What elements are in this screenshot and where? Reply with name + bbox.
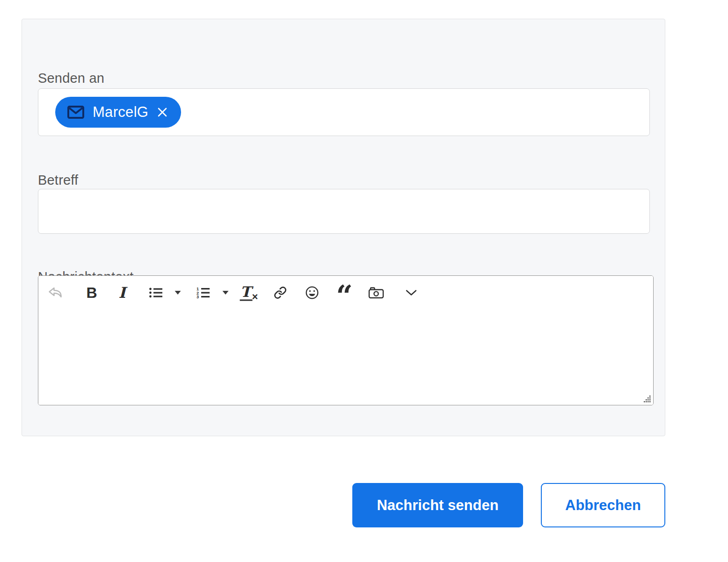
rich-text-editor: B I — [38, 275, 654, 405]
recipient-chip-name: MarcelG — [93, 104, 148, 121]
italic-icon: I — [119, 285, 126, 300]
subject-input[interactable] — [38, 189, 650, 234]
recipient-chip: MarcelG — [55, 97, 181, 128]
numbered-list-button[interactable]: 1 2 3 — [194, 285, 212, 301]
send-message-button[interactable]: Nachricht senden — [352, 483, 523, 527]
undo-button[interactable] — [46, 285, 66, 301]
bullet-list-button[interactable] — [147, 285, 165, 301]
link-button[interactable] — [272, 284, 289, 301]
bullet-list-options-button[interactable] — [173, 289, 183, 297]
editor-toolbar: B I — [38, 276, 653, 310]
bold-button[interactable]: B — [84, 283, 99, 302]
chevron-down-small-icon — [222, 291, 229, 295]
emoji-button[interactable]: emoji — [303, 284, 321, 302]
blockquote-icon: “ — [336, 289, 353, 305]
chevron-down-icon — [406, 290, 417, 296]
recipient-field[interactable]: MarcelG — [38, 88, 650, 136]
envelope-icon — [67, 106, 84, 119]
send-message-page: Senden an MarcelG Betreff Nachrichtentex… — [0, 0, 728, 562]
more-options-button[interactable] — [404, 288, 419, 298]
resize-handle-icon[interactable] — [643, 395, 651, 403]
link-icon — [274, 286, 287, 299]
cancel-button[interactable]: Abbrechen — [541, 483, 665, 527]
undo-icon — [48, 287, 64, 299]
numbered-list-icon: 1 2 3 — [196, 287, 210, 299]
bold-icon: B — [86, 285, 97, 300]
numbered-list-options-button[interactable] — [220, 289, 231, 297]
message-input[interactable] — [38, 310, 653, 405]
insert-image-button[interactable] — [366, 285, 386, 301]
remove-format-icon: T× — [240, 285, 258, 301]
subject-label: Betreff — [38, 173, 78, 188]
compose-message-card: Senden an MarcelG Betreff Nachrichtentex… — [22, 19, 665, 436]
camera-icon — [368, 287, 384, 299]
svg-text:3: 3 — [197, 295, 199, 299]
italic-button[interactable]: I — [117, 283, 128, 302]
bullet-list-icon — [149, 287, 163, 299]
recipient-label: Senden an — [38, 71, 104, 86]
chevron-down-small-icon — [175, 291, 181, 295]
emoji-icon — [305, 286, 319, 300]
remove-recipient-icon[interactable] — [157, 107, 168, 118]
blockquote-button[interactable]: “ — [334, 283, 355, 303]
remove-format-button[interactable]: T× — [238, 283, 260, 303]
